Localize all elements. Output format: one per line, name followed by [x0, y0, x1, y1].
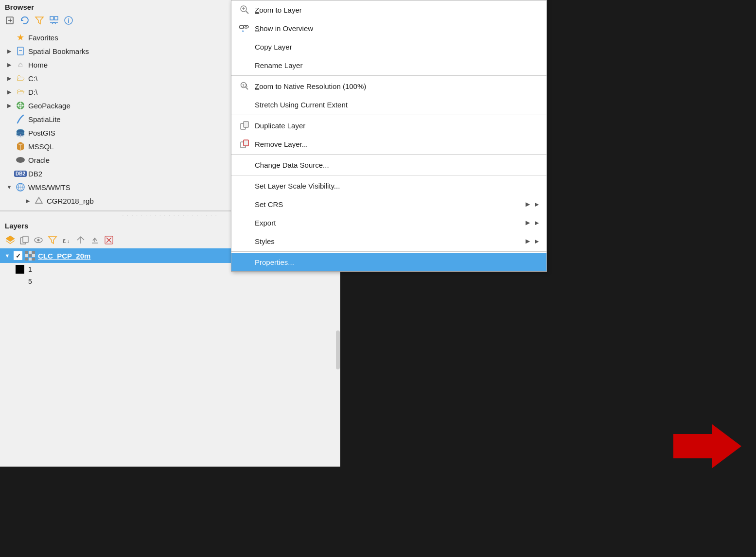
tree-arrow-geopackage: ▶ [6, 102, 13, 109]
tree-arrow-mssql [6, 143, 13, 150]
svg-marker-30 [49, 237, 56, 244]
menu-item-properties[interactable]: Properties... [231, 253, 546, 271]
change-datasource-icon [239, 159, 250, 170]
tree-label-mssql: MSSQL [28, 142, 54, 151]
rename-layer-label: Rename Layer [255, 61, 539, 70]
tree-label-geopackage: GeoPackage [28, 102, 70, 110]
svg-text:↓: ↓ [67, 239, 70, 244]
tree-arrow-d: ▶ [6, 88, 13, 95]
zoom-to-layer-label: Zoom to Layer [255, 6, 539, 14]
remove-layer-toolbar-button[interactable] [103, 234, 115, 246]
svg-rect-44 [240, 26, 244, 28]
folder-d-icon: 🗁 [16, 87, 25, 97]
db2-icon: DB2 [16, 169, 25, 178]
tree-label-postgis: PostGIS [28, 129, 55, 137]
menu-item-set-crs[interactable]: Set CRS ▶ [231, 195, 546, 213]
menu-item-zoom-to-layer[interactable]: Zoom to Layer [231, 0, 546, 19]
zoom-to-selected-button[interactable] [74, 234, 87, 246]
copy-layer-button[interactable] [18, 234, 31, 246]
svg-text:+: + [243, 29, 245, 32]
svg-rect-5 [54, 17, 58, 20]
svg-rect-56 [244, 140, 248, 146]
scale-visibility-icon [239, 180, 250, 191]
menu-item-show-overview[interactable]: + Show in Overview [231, 19, 546, 37]
move-up-button[interactable] [88, 234, 101, 246]
tree-label-home: Home [28, 61, 48, 69]
tree-arrow-spatialite [6, 116, 13, 122]
duplicate-icon [239, 120, 250, 131]
copy-layer-label: Copy Layer [255, 43, 539, 51]
menu-item-zoom-native[interactable]: 1:1 Zoom to Native Resolution (100%) [231, 77, 546, 95]
tree-label-db2: DB2 [28, 170, 42, 178]
svg-text:i: i [68, 17, 69, 24]
set-crs-icon [239, 199, 250, 209]
stretch-label: Stretch Using Current Extent [255, 101, 539, 109]
svg-rect-4 [50, 17, 53, 20]
add-layer-button[interactable] [4, 234, 17, 246]
raster-icon [34, 196, 44, 206]
identify-button[interactable]: ε↓ [60, 234, 73, 246]
filter-layer-button[interactable] [46, 234, 59, 246]
mssql-icon [16, 141, 25, 151]
show-overview-label: Show in Overview [255, 24, 539, 33]
folder-c-icon: 🗁 [16, 73, 25, 83]
tree-label-wms: WMS/WMTS [28, 183, 70, 191]
menu-item-styles[interactable]: Styles ▶ [231, 232, 546, 250]
tree-arrow-spatial-bookmarks: ▶ [6, 48, 13, 54]
red-arrow-container [673, 424, 741, 470]
menu-item-duplicate[interactable]: Duplicate Layer [231, 116, 546, 135]
duplicate-label: Duplicate Layer [255, 122, 539, 130]
tree-label-spatial-bookmarks: Spatial Bookmarks [28, 47, 89, 55]
change-datasource-label: Change Data Source... [255, 161, 539, 169]
styles-arrow: ▶ [526, 238, 530, 244]
layer-label-clc: CLC_PCP_20m [38, 252, 90, 260]
styles-icon [239, 236, 250, 246]
layer-checkbox-clc[interactable]: ✓ [14, 251, 22, 260]
filter-button[interactable] [33, 14, 46, 27]
svg-rect-27 [23, 236, 28, 243]
bookmark-icon [16, 46, 25, 56]
menu-item-stretch[interactable]: Stretch Using Current Extent [231, 95, 546, 114]
copy-layer-menu-icon [239, 41, 250, 52]
oracle-icon [16, 155, 25, 165]
svg-point-46 [246, 26, 247, 28]
svg-point-19 [16, 157, 25, 163]
star-icon: ★ [16, 33, 25, 42]
layer-grid-icon [25, 251, 35, 261]
set-crs-label: Set CRS [255, 200, 521, 209]
export-icon [239, 217, 250, 228]
tree-label-c: C:\ [28, 74, 37, 83]
export-label: Export [255, 219, 521, 227]
tree-label-favorites: Favorites [28, 34, 58, 42]
wms-icon [16, 182, 25, 192]
tree-label-cgr2018: CGR2018_rgb [47, 197, 94, 205]
svg-marker-57 [673, 424, 741, 468]
info-button[interactable]: i [62, 14, 75, 27]
scrollbar[interactable] [336, 331, 340, 369]
menu-item-export[interactable]: Export ▶ [231, 213, 546, 232]
tree-arrow-oracle [6, 157, 13, 163]
refresh-button[interactable] [18, 14, 31, 27]
stretch-menu-icon [239, 99, 250, 110]
zoom-native-label: Zoom to Native Resolution (100%) [255, 82, 539, 90]
menu-item-remove[interactable]: Remove Layer... [231, 135, 546, 153]
legend-item-5: 5 [0, 276, 340, 287]
scale-visibility-label: Set Layer Scale Visibility... [255, 182, 539, 190]
collapse-button[interactable] [48, 14, 60, 27]
menu-item-copy-layer[interactable]: Copy Layer [231, 37, 546, 56]
zoom-to-layer-icon [239, 4, 250, 15]
styles-label: Styles [255, 237, 521, 245]
separator-1 [231, 75, 546, 76]
toggle-visibility-button[interactable] [32, 234, 45, 246]
svg-rect-9 [18, 47, 23, 55]
menu-item-scale-visibility[interactable]: Set Layer Scale Visibility... [231, 176, 546, 195]
remove-icon [239, 139, 250, 149]
export-arrow: ▶ [526, 219, 530, 226]
tree-arrow-wms: ▼ [6, 184, 13, 191]
tree-arrow-c: ▶ [6, 75, 13, 82]
menu-item-change-datasource[interactable]: Change Data Source... [231, 156, 546, 174]
context-menu: Zoom to Layer + Show in Overview Copy La… [231, 0, 547, 272]
set-crs-arrow: ▶ [526, 201, 530, 208]
menu-item-rename-layer[interactable]: Rename Layer [231, 56, 546, 74]
new-layer-button[interactable] [4, 14, 17, 27]
